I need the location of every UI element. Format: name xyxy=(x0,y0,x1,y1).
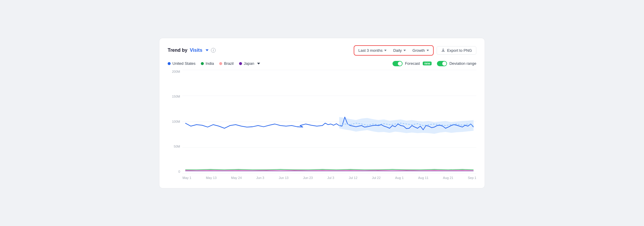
chart-inner xyxy=(182,70,476,173)
india-line xyxy=(185,169,473,170)
frequency-dropdown[interactable]: Daily xyxy=(391,47,408,54)
metric-dropdown-icon[interactable] xyxy=(206,49,209,51)
title-metric[interactable]: Visits xyxy=(190,48,202,53)
export-label: Export to PNG xyxy=(447,48,472,53)
x-label-aug11: Aug 11 xyxy=(418,176,429,180)
y-label-50m: 50M xyxy=(174,145,180,148)
time-range-chevron xyxy=(384,50,387,51)
x-label-jul12: Jul 12 xyxy=(349,176,357,180)
x-label-aug21: Aug 21 xyxy=(443,176,453,180)
us-label: United States xyxy=(172,61,196,66)
x-label-jun23: Jun 23 xyxy=(303,176,313,180)
controls-section: Last 3 months Daily Growth Export to PNG xyxy=(354,45,476,56)
x-axis: May 1 May 13 May 24 Jun 3 Jun 13 Jun 23 … xyxy=(182,173,476,182)
y-label-200m: 200M xyxy=(172,70,180,73)
x-label-may13: May 13 xyxy=(206,176,217,180)
x-label-sep1: Sep 1 xyxy=(468,176,476,180)
brazil-line xyxy=(185,170,473,170)
forecast-toggle-item: Forecast new xyxy=(393,61,432,66)
x-label-jun13: Jun 13 xyxy=(279,176,289,180)
metric-dropdown[interactable]: Growth xyxy=(410,47,431,54)
brazil-label: Brazil xyxy=(224,61,234,66)
india-label: India xyxy=(206,61,214,66)
japan-dot xyxy=(239,62,242,65)
trend-card: Trend by Visits i Last 3 months Daily Gr… xyxy=(159,38,485,188)
time-range-label: Last 3 months xyxy=(358,48,383,53)
y-axis: 200M 150M 100M 50M 0 xyxy=(168,70,182,173)
filter-group: Last 3 months Daily Growth xyxy=(354,45,434,56)
export-icon xyxy=(441,48,445,52)
x-label-jul22: Jul 22 xyxy=(372,176,380,180)
frequency-label: Daily xyxy=(393,48,402,53)
metric-chevron xyxy=(427,50,429,51)
metric-label: Growth xyxy=(412,48,425,53)
legend-right: Forecast new Deviation range xyxy=(393,61,476,66)
y-label-100m: 100M xyxy=(172,120,180,123)
japan-label: Japan xyxy=(244,61,254,66)
us-dot xyxy=(168,62,171,65)
y-label-150m: 150M xyxy=(172,95,180,98)
card-header: Trend by Visits i Last 3 months Daily Gr… xyxy=(168,45,476,56)
legend-item-brazil[interactable]: Brazil xyxy=(219,61,234,66)
deviation-label: Deviation range xyxy=(449,61,476,66)
info-icon[interactable]: i xyxy=(211,48,216,53)
forecast-label: Forecast xyxy=(405,61,420,66)
japan-dropdown-icon[interactable] xyxy=(257,63,260,64)
deviation-toggle[interactable] xyxy=(437,61,447,66)
legend-item-india[interactable]: India xyxy=(201,61,214,66)
time-range-dropdown[interactable]: Last 3 months xyxy=(356,47,389,54)
x-label-may24: May 24 xyxy=(231,176,242,180)
brazil-dot xyxy=(219,62,222,65)
legend-item-japan[interactable]: Japan xyxy=(239,61,260,66)
chart-area: 200M 150M 100M 50M 0 xyxy=(168,70,476,182)
export-button[interactable]: Export to PNG xyxy=(437,46,476,55)
frequency-chevron xyxy=(403,50,406,51)
title-prefix: Trend by xyxy=(168,48,188,53)
x-label-may1: May 1 xyxy=(182,176,191,180)
deviation-toggle-item: Deviation range xyxy=(437,61,476,66)
india-dot xyxy=(201,62,204,65)
x-label-aug1: Aug 1 xyxy=(395,176,404,180)
forecast-toggle[interactable] xyxy=(393,61,403,66)
legend-item-us[interactable]: United States xyxy=(168,61,196,66)
legend-row: United States India Brazil Japan Forecas… xyxy=(168,61,476,66)
title-section: Trend by Visits i xyxy=(168,48,216,53)
forecast-new-badge: new xyxy=(423,62,431,65)
x-label-jul3: Jul 3 xyxy=(327,176,334,180)
y-label-0: 0 xyxy=(178,170,180,173)
chart-svg xyxy=(182,70,476,173)
deviation-band xyxy=(339,117,473,134)
legend-left: United States India Brazil Japan xyxy=(168,61,260,66)
x-label-jun3: Jun 3 xyxy=(256,176,264,180)
